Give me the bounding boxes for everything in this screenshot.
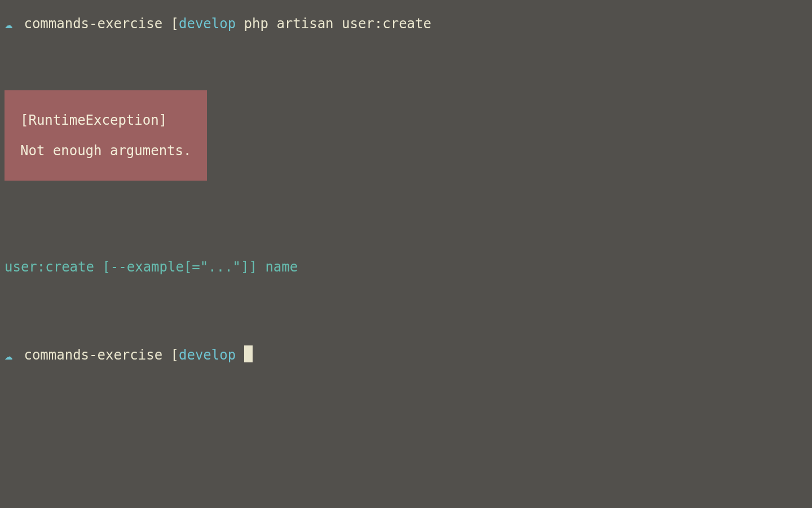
usage-hint: user:create [--example[="..."]] name	[5, 257, 807, 277]
error-message: Not enough arguments.	[20, 141, 191, 161]
directory-name: commands-exercise	[24, 345, 162, 365]
cloud-icon: ☁	[5, 14, 12, 34]
cloud-icon: ☁	[5, 345, 12, 365]
error-box: [RuntimeException] Not enough arguments.	[5, 90, 207, 181]
branch-bracket: [	[171, 345, 179, 365]
prompt-line-1: ☁commands-exercise [develop php artisan …	[5, 14, 807, 34]
git-branch: develop	[179, 345, 236, 365]
directory-name: commands-exercise	[24, 14, 162, 34]
prompt-line-2[interactable]: ☁commands-exercise [develop	[5, 345, 807, 365]
typed-command: php artisan user:create	[244, 14, 431, 34]
cursor	[244, 345, 253, 362]
terminal-window[interactable]: ☁commands-exercise [develop php artisan …	[0, 0, 812, 370]
error-title: [RuntimeException]	[20, 110, 191, 130]
git-branch: develop	[179, 14, 236, 34]
branch-bracket: [	[171, 14, 179, 34]
